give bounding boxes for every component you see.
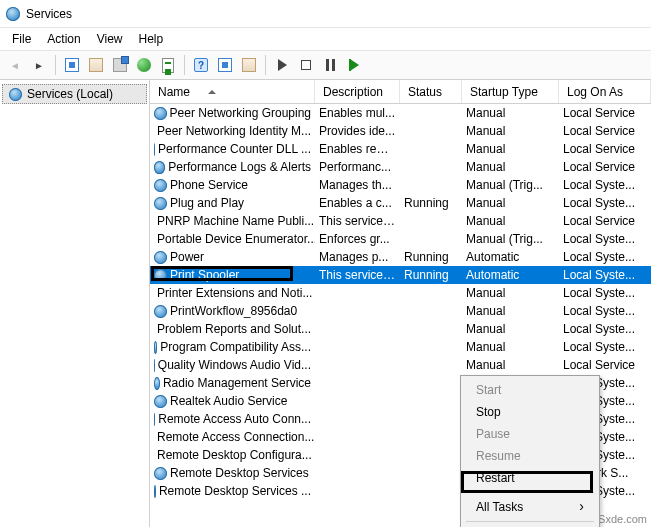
service-description: Performanc... [315,160,400,174]
service-icon [154,269,167,282]
service-description: This service ... [315,214,400,228]
table-row[interactable]: Plug and PlayEnables a c...RunningManual… [150,194,651,212]
table-row[interactable]: Problem Reports and Solut...ManualLocal … [150,320,651,338]
service-startup: Manual [462,142,559,156]
action-panel-button[interactable] [214,54,236,76]
service-logon: Local Syste... [559,268,651,282]
service-logon: Local Syste... [559,340,651,354]
properties-toolbar-button[interactable] [109,54,131,76]
table-row[interactable]: Phone ServiceManages th...Manual (Trig..… [150,176,651,194]
service-logon: Local Service [559,142,651,156]
service-status: Running [400,250,462,264]
service-name: Peer Networking Identity M... [157,124,311,138]
table-row[interactable]: Print SpoolerThis service ...RunningAuto… [150,266,651,284]
services-app-icon [6,7,20,21]
service-description: Manages th... [315,178,400,192]
context-resume[interactable]: Resume [464,445,596,467]
service-description: This service ... [315,268,400,282]
table-row[interactable]: Peer Networking Identity M...Provides id… [150,122,651,140]
service-icon [154,467,167,480]
service-logon: Local Service [559,358,651,372]
service-name: Power [170,250,204,264]
help-toolbar-button[interactable]: ? [190,54,212,76]
service-logon: Local Service [559,160,651,174]
arrow-right-icon [34,58,44,72]
show-hide-console-button[interactable] [61,54,83,76]
service-icon [154,197,167,210]
service-name: Print Spooler [170,268,239,282]
table-row[interactable]: Performance Counter DLL ...Enables rem..… [150,140,651,158]
forward-button[interactable] [28,54,50,76]
service-icon [154,179,167,192]
toolbar-separator [184,55,185,75]
export-button[interactable] [157,54,179,76]
menu-help[interactable]: Help [131,30,172,48]
stop-icon [301,60,311,70]
service-icon [154,161,165,174]
table-row[interactable]: Portable Device Enumerator...Enforces gr… [150,230,651,248]
service-description: Enables mul... [315,106,400,120]
service-logon: Local Service [559,214,651,228]
table-row[interactable]: Peer Networking GroupingEnables mul...Ma… [150,104,651,122]
action-panel2-button[interactable] [238,54,260,76]
service-startup: Manual [462,214,559,228]
service-startup: Manual [462,358,559,372]
context-restart[interactable]: Restart [464,467,596,489]
service-startup: Manual [462,304,559,318]
service-logon: Local Service [559,106,651,120]
service-startup: Manual [462,196,559,210]
column-logon-as[interactable]: Log On As [559,80,651,103]
context-pause[interactable]: Pause [464,423,596,445]
menu-file[interactable]: File [4,30,39,48]
table-row[interactable]: Program Compatibility Ass...ManualLocal … [150,338,651,356]
service-description: Enables a c... [315,196,400,210]
table-row[interactable]: Performance Logs & AlertsPerformanc...Ma… [150,158,651,176]
panel-icon [65,58,79,72]
restart-service-button[interactable] [343,54,365,76]
service-startup: Manual [462,106,559,120]
properties-icon [113,58,127,72]
service-startup: Automatic [462,268,559,282]
context-menu: Start Stop Pause Resume Restart All Task… [460,375,600,527]
pause-icon [326,59,335,71]
context-separator [466,521,594,522]
tree-pane: Services (Local) [0,80,150,527]
service-startup: Manual [462,322,559,336]
service-name: Quality Windows Audio Vid... [158,358,311,372]
show-hide-tree-button[interactable] [85,54,107,76]
table-row[interactable]: Quality Windows Audio Vid...ManualLocal … [150,356,651,374]
service-icon [154,143,155,156]
column-description[interactable]: Description [315,80,400,103]
table-row[interactable]: PNRP Machine Name Publi...This service .… [150,212,651,230]
service-name: Peer Networking Grouping [170,106,311,120]
context-stop[interactable]: Stop [464,401,596,423]
service-logon: Local Syste... [559,322,651,336]
column-startup-type[interactable]: Startup Type [462,80,559,103]
tree-root-services-local[interactable]: Services (Local) [2,84,147,104]
table-row[interactable]: PrintWorkflow_8956da0ManualLocal Syste..… [150,302,651,320]
menu-action[interactable]: Action [39,30,88,48]
panel-tan-icon [89,58,103,72]
sort-asc-icon [208,90,216,94]
stop-service-button[interactable] [295,54,317,76]
panel-icon [242,58,256,72]
context-all-tasks[interactable]: All Tasks [464,496,596,518]
service-name: Program Compatibility Ass... [160,340,311,354]
context-start[interactable]: Start [464,379,596,401]
menubar: File Action View Help [0,28,651,50]
table-row[interactable]: PowerManages p...RunningAutomaticLocal S… [150,248,651,266]
toolbar-separator [55,55,56,75]
back-button[interactable] [4,54,26,76]
column-status[interactable]: Status [400,80,462,103]
start-service-button[interactable] [271,54,293,76]
service-startup: Manual [462,340,559,354]
menu-view[interactable]: View [89,30,131,48]
service-startup: Manual [462,286,559,300]
table-row[interactable]: Printer Extensions and Noti...ManualLoca… [150,284,651,302]
pause-service-button[interactable] [319,54,341,76]
service-description: Enables rem... [315,142,400,156]
refresh-toolbar-button[interactable] [133,54,155,76]
refresh-icon [137,58,151,72]
context-separator [466,492,594,493]
column-name[interactable]: Name [150,80,315,103]
